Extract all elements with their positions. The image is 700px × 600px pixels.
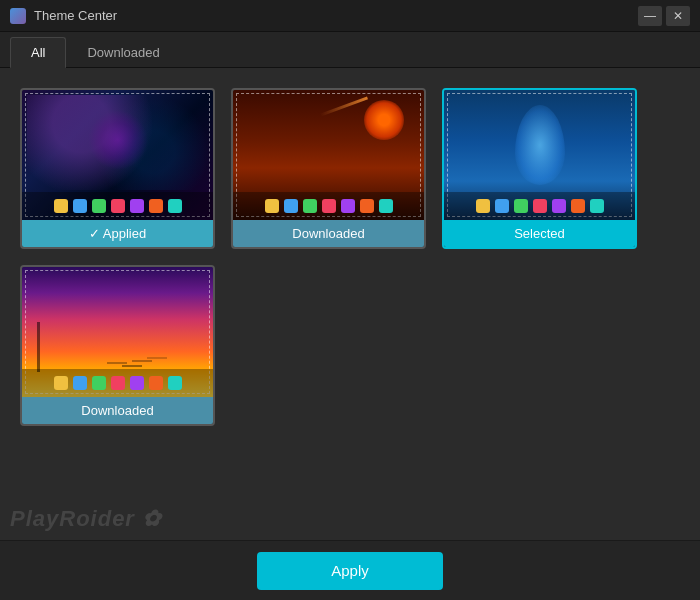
tab-bar: All Downloaded [0, 32, 700, 68]
tab-downloaded[interactable]: Downloaded [66, 37, 180, 68]
theme-card-space[interactable]: ✓ Applied [20, 88, 215, 249]
taskbar-icon [54, 199, 68, 213]
taskbar-icon [130, 376, 144, 390]
theme-preview-comet [233, 90, 424, 220]
watermark: PlayRoider ✿ [10, 506, 161, 532]
taskbar-icon [92, 376, 106, 390]
window-controls: — ✕ [638, 6, 690, 26]
minimize-button[interactable]: — [638, 6, 662, 26]
theme-card-sunset[interactable]: Downloaded [20, 265, 215, 426]
taskbar-icon [514, 199, 528, 213]
app-icon [10, 8, 26, 24]
taskbar-icon [92, 199, 106, 213]
taskbar-icon [111, 199, 125, 213]
taskbar-icon [552, 199, 566, 213]
taskbar-icon [73, 376, 87, 390]
theme-label-sunset: Downloaded [22, 397, 213, 424]
taskbar-icon [265, 199, 279, 213]
theme-label-blue: Selected [444, 220, 635, 247]
taskbar-icon [168, 376, 182, 390]
theme-preview-blue [444, 90, 635, 220]
theme-label-comet: Downloaded [233, 220, 424, 247]
taskbar-icon [322, 199, 336, 213]
taskbar-icon [149, 199, 163, 213]
taskbar-blue [444, 192, 635, 220]
taskbar-icon [571, 199, 585, 213]
app-title: Theme Center [34, 8, 117, 23]
taskbar-icon [130, 199, 144, 213]
taskbar-icon [149, 376, 163, 390]
tab-all[interactable]: All [10, 37, 66, 68]
theme-preview-sunset [22, 267, 213, 397]
taskbar-comet [233, 192, 424, 220]
taskbar-icon [54, 376, 68, 390]
taskbar-icon [533, 199, 547, 213]
themes-grid: ✓ Applied Downloaded [0, 68, 700, 506]
taskbar-icon [476, 199, 490, 213]
taskbar-icon [303, 199, 317, 213]
taskbar-icon [590, 199, 604, 213]
theme-card-comet[interactable]: Downloaded [231, 88, 426, 249]
close-button[interactable]: ✕ [666, 6, 690, 26]
taskbar-sunset [22, 369, 213, 397]
theme-preview-space [22, 90, 213, 220]
title-bar: Theme Center — ✕ [0, 0, 700, 32]
apply-button[interactable]: Apply [257, 552, 443, 590]
taskbar-icon [73, 199, 87, 213]
taskbar-icon [495, 199, 509, 213]
taskbar-icon [111, 376, 125, 390]
taskbar-icon [379, 199, 393, 213]
bottom-bar: Apply [0, 540, 700, 600]
title-bar-left: Theme Center [10, 8, 117, 24]
taskbar-icon [284, 199, 298, 213]
taskbar-icon [341, 199, 355, 213]
taskbar-icon [168, 199, 182, 213]
taskbar-space [22, 192, 213, 220]
theme-label-space: ✓ Applied [22, 220, 213, 247]
theme-card-blue[interactable]: Selected [442, 88, 637, 249]
taskbar-icon [360, 199, 374, 213]
